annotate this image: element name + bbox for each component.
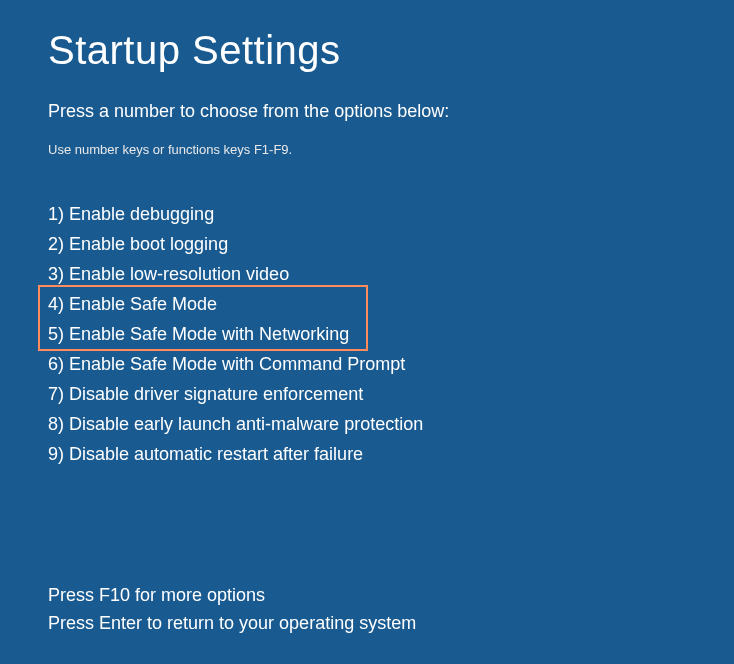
options-list: 1) Enable debugging 2) Enable boot loggi… — [48, 199, 686, 469]
option-8[interactable]: 8) Disable early launch anti-malware pro… — [48, 409, 686, 439]
option-1[interactable]: 1) Enable debugging — [48, 199, 686, 229]
footer-more-options: Press F10 for more options — [48, 581, 686, 609]
option-4[interactable]: 4) Enable Safe Mode — [48, 289, 686, 319]
option-5[interactable]: 5) Enable Safe Mode with Networking — [48, 319, 686, 349]
page-hint: Use number keys or functions keys F1-F9. — [48, 142, 686, 157]
page-title: Startup Settings — [48, 28, 686, 73]
footer: Press F10 for more options Press Enter t… — [48, 581, 686, 637]
page-subtitle: Press a number to choose from the option… — [48, 101, 686, 122]
footer-return: Press Enter to return to your operating … — [48, 609, 686, 637]
option-9[interactable]: 9) Disable automatic restart after failu… — [48, 439, 686, 469]
option-3[interactable]: 3) Enable low-resolution video — [48, 259, 686, 289]
option-7[interactable]: 7) Disable driver signature enforcement — [48, 379, 686, 409]
option-6[interactable]: 6) Enable Safe Mode with Command Prompt — [48, 349, 686, 379]
option-2[interactable]: 2) Enable boot logging — [48, 229, 686, 259]
